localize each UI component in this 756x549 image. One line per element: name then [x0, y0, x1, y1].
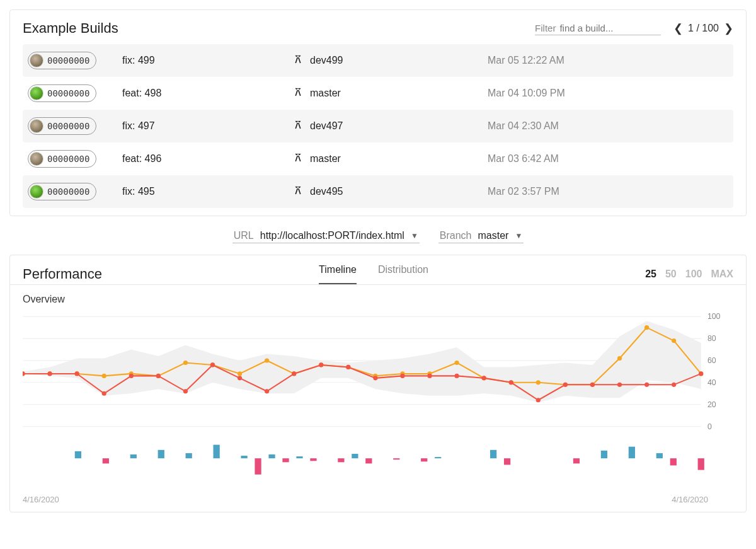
branch-icon [292, 86, 304, 100]
hash-pill[interactable]: 00000000 [28, 52, 96, 69]
branch-icon [292, 152, 304, 166]
avatar-icon [30, 119, 43, 133]
branch-name: master [310, 153, 341, 165]
builds-header-right: Filter ❮ 1 / 100 ❯ [535, 21, 733, 35]
chevron-right-icon[interactable]: ❯ [724, 21, 733, 35]
svg-point-44 [183, 389, 188, 393]
date-labels: 4/16/2020 4/16/2020 [10, 491, 746, 512]
svg-rect-64 [75, 451, 81, 458]
tabs: TimelineDistribution [319, 264, 428, 284]
hash-col: 00000000 [28, 117, 122, 135]
branch-name: dev495 [310, 186, 343, 197]
svg-point-63 [699, 371, 703, 376]
hash-pill[interactable]: 00000000 [28, 150, 96, 168]
branch-value: master [478, 230, 508, 241]
svg-point-47 [265, 389, 269, 393]
branch-icon [292, 119, 304, 133]
svg-rect-68 [186, 453, 192, 458]
overview-label: Overview [10, 285, 746, 310]
branch-selector[interactable]: Branch master ▼ [438, 229, 524, 243]
svg-point-54 [455, 374, 459, 378]
commit-hash: 00000000 [47, 187, 89, 197]
hash-pill[interactable]: 00000000 [28, 117, 96, 135]
commit-message: fix: 497 [122, 120, 292, 132]
svg-text:60: 60 [707, 356, 716, 365]
svg-point-45 [210, 362, 215, 367]
build-row[interactable]: 00000000feat: 498masterMar 04 10:09 PM [23, 77, 733, 110]
commit-hash: 00000000 [47, 121, 89, 131]
svg-rect-82 [490, 450, 496, 458]
hash-pill[interactable]: 00000000 [28, 84, 96, 102]
svg-rect-78 [365, 458, 372, 463]
svg-rect-65 [103, 458, 109, 463]
svg-rect-84 [573, 458, 580, 463]
svg-rect-87 [656, 453, 663, 458]
svg-point-43 [156, 374, 161, 378]
hash-col: 00000000 [28, 52, 122, 69]
avatar-icon [30, 86, 43, 100]
svg-point-18 [183, 361, 188, 365]
url-selector[interactable]: URL http://localhost:PORT/index.html ▼ [232, 229, 420, 243]
build-row[interactable]: 00000000fix: 497dev497Mar 04 2:30 AM [23, 110, 733, 142]
svg-rect-86 [629, 447, 635, 458]
svg-point-52 [400, 374, 404, 378]
svg-point-20 [238, 371, 242, 376]
svg-point-60 [617, 383, 622, 387]
filter-field[interactable]: Filter [535, 21, 661, 35]
build-row[interactable]: 00000000feat: 496masterMar 03 6:42 AM [23, 142, 733, 175]
tab-distribution[interactable]: Distribution [378, 264, 428, 284]
svg-rect-89 [698, 458, 704, 470]
commit-hash: 00000000 [47, 55, 89, 66]
build-time: Mar 04 10:09 PM [488, 88, 565, 99]
selectors-row: URL http://localhost:PORT/index.html ▼ B… [9, 216, 747, 255]
chevron-down-icon: ▼ [411, 231, 418, 240]
build-time: Mar 02 3:57 PM [488, 186, 559, 197]
svg-point-15 [102, 374, 106, 378]
branch-col: master [292, 86, 488, 100]
svg-point-36 [672, 338, 676, 343]
commit-hash: 00000000 [47, 88, 89, 98]
branch-name: dev497 [310, 120, 343, 132]
svg-text:0: 0 [707, 422, 712, 431]
commit-message: feat: 496 [122, 153, 292, 165]
range-option-100[interactable]: 100 [685, 269, 702, 280]
svg-rect-77 [352, 454, 358, 458]
branch-col: master [292, 152, 488, 166]
branch-icon [292, 185, 304, 199]
performance-card: Performance TimelineDistribution 2550100… [9, 255, 747, 512]
build-row[interactable]: 00000000fix: 499dev499Mar 05 12:22 AM [23, 44, 733, 77]
overview-chart-wrap: 020406080100 [10, 310, 746, 439]
date-left: 4/16/2020 [23, 495, 59, 504]
hash-col: 00000000 [28, 183, 122, 200]
avatar-icon [30, 152, 43, 166]
svg-rect-67 [158, 450, 164, 458]
range-option-50[interactable]: 50 [665, 269, 677, 280]
tab-timeline[interactable]: Timeline [319, 264, 357, 284]
filter-input[interactable] [559, 23, 641, 33]
performance-header: Performance TimelineDistribution 2550100… [10, 255, 746, 284]
range-option-25[interactable]: 25 [645, 269, 656, 280]
svg-rect-72 [268, 454, 275, 458]
hash-pill[interactable]: 00000000 [28, 183, 96, 200]
pager: ❮ 1 / 100 ❯ [673, 21, 733, 35]
svg-point-57 [536, 398, 541, 402]
overview-chart: 020406080100 [23, 310, 733, 433]
svg-point-58 [563, 383, 568, 387]
build-list: 00000000fix: 499dev499Mar 05 12:22 AM000… [10, 44, 746, 216]
builds-card: Example Builds Filter ❮ 1 / 100 ❯ 000000… [9, 9, 747, 216]
build-row[interactable]: 00000000fix: 495dev495Mar 02 3:57 PM [23, 175, 733, 208]
commit-hash: 00000000 [47, 154, 89, 164]
range-options: 2550100MAX [645, 269, 733, 280]
chevron-left-icon[interactable]: ❮ [673, 21, 683, 35]
svg-point-53 [427, 374, 432, 378]
svg-text:100: 100 [707, 312, 721, 321]
svg-text:80: 80 [707, 334, 716, 343]
svg-point-49 [319, 362, 323, 367]
diff-chart-wrap [10, 439, 746, 491]
svg-point-46 [238, 376, 242, 380]
svg-text:20: 20 [707, 400, 716, 409]
svg-rect-76 [338, 458, 344, 462]
branch-name: dev499 [310, 55, 343, 66]
hash-col: 00000000 [28, 150, 122, 168]
range-option-max[interactable]: MAX [711, 269, 733, 280]
